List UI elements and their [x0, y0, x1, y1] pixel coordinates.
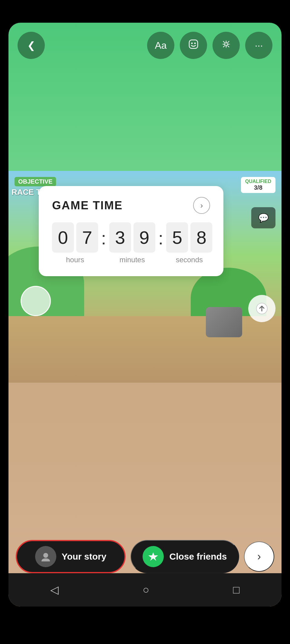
story-avatar [35, 546, 56, 567]
minutes-group: 3 9 minutes [109, 222, 155, 264]
svg-point-2 [194, 43, 196, 44]
more-button[interactable]: ··· [245, 32, 272, 59]
system-nav: ◁ ○ □ [8, 573, 282, 606]
hours-digits: 0 7 [52, 222, 98, 253]
close-friends-button[interactable]: Close friends [130, 540, 239, 573]
sparkle-icon [221, 39, 232, 52]
seconds-digits: 5 8 [166, 222, 212, 253]
time-display: 0 7 hours : 3 9 minutes : 5 8 [52, 222, 210, 264]
sticker-button[interactable] [180, 32, 207, 59]
minutes-digits: 3 9 [109, 222, 155, 253]
story-label: Your story [62, 551, 107, 562]
seconds-label: seconds [176, 256, 203, 264]
text-icon: Aa [155, 40, 166, 51]
widget-header: GAME TIME › [52, 197, 210, 214]
seconds-digit-2: 8 [190, 222, 212, 253]
nav-home-icon[interactable]: ○ [143, 584, 149, 596]
back-button[interactable]: ❮ [18, 32, 45, 59]
game-joystick [21, 286, 51, 316]
nav-recents-icon[interactable]: □ [233, 584, 240, 596]
minutes-digit-1: 3 [109, 222, 131, 253]
stone [206, 307, 242, 337]
nav-back-icon[interactable]: ◁ [50, 584, 59, 596]
seconds-digit-1: 5 [166, 222, 188, 253]
your-story-button[interactable]: Your story [16, 540, 126, 573]
seconds-group: 5 8 seconds [166, 222, 212, 264]
hours-digit-2: 7 [76, 222, 98, 253]
hours-label: hours [66, 256, 84, 264]
text-button[interactable]: Aa [147, 32, 174, 59]
screen: ❮ Aa [8, 23, 282, 606]
chevron-right-icon: › [200, 201, 203, 210]
colon-1: : [101, 222, 106, 255]
toolbar-right: Aa [147, 32, 272, 59]
friends-icon [143, 546, 164, 567]
svg-point-1 [191, 43, 193, 44]
chevron-left-icon: ❮ [27, 40, 35, 51]
bottom-bar: Your story Close friends › [8, 540, 282, 573]
colon-2: : [158, 222, 163, 255]
game-up-button [248, 295, 275, 322]
minutes-label: minutes [120, 256, 145, 264]
svg-rect-0 [189, 40, 198, 48]
hours-digit-1: 0 [52, 222, 74, 253]
hours-group: 0 7 hours [52, 222, 98, 264]
qualified-badge: QUALIFIED 3/8 [241, 177, 275, 193]
minutes-digit-2: 9 [133, 222, 155, 253]
svg-point-4 [43, 553, 48, 558]
widget-title: GAME TIME [52, 199, 123, 212]
widget-next-button[interactable]: › [193, 197, 210, 214]
next-button[interactable]: › [244, 541, 274, 572]
game-chat-button: 💬 [251, 207, 275, 228]
toolbar: ❮ Aa [8, 23, 282, 62]
friends-label: Close friends [169, 551, 227, 562]
sticker-icon [188, 39, 199, 52]
more-icon: ··· [255, 40, 263, 51]
objective-badge: Objective [15, 177, 56, 186]
svg-marker-5 [148, 552, 158, 561]
effects-button[interactable] [213, 32, 240, 59]
game-time-widget: GAME TIME › 0 7 hours : 3 9 minu [39, 186, 223, 276]
chevron-right-icon: › [257, 550, 261, 563]
